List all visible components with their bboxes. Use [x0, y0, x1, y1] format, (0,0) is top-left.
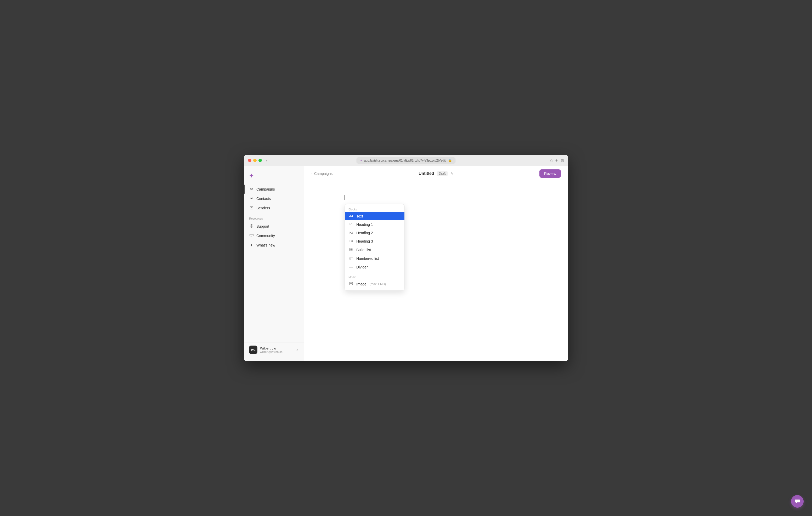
user-info[interactable]: WL Wilbert Liu wilbert@lavish.so [249, 345, 283, 354]
title-bar: ‹ ✦ app.lavish.so/campaigns/01jafjcp82nz… [244, 155, 568, 166]
image-subtext: (max 1 MB) [370, 282, 386, 286]
doc-title: Untitled [418, 171, 434, 176]
community-label: Community [256, 234, 275, 238]
heading2-icon: H2 [348, 232, 354, 234]
blocks-dropdown: Blocks Aa Text H1 Heading 1 H2 Heading 2 [345, 204, 405, 291]
sidebar-item-campaigns[interactable]: ✉ Campaigns [244, 185, 304, 194]
breadcrumb-arrow: ‹ [311, 172, 313, 176]
resources-section-label: Resources [244, 213, 304, 222]
sidebar-item-senders[interactable]: Senders [244, 203, 304, 213]
bulletlist-label: Bullet list [356, 248, 371, 252]
title-bar-actions: ⎙ + ⊟ [550, 158, 564, 163]
top-bar: ‹ Campaigns Untitled Draft ✎ Review [304, 166, 568, 181]
sidebar: ✦ ✉ Campaigns Contacts [244, 166, 304, 361]
support-label: Support [256, 224, 269, 229]
image-icon [348, 282, 354, 286]
svg-rect-1 [250, 206, 253, 209]
sidebar-item-contacts[interactable]: Contacts [244, 194, 304, 203]
heading3-label: Heading 3 [356, 239, 373, 243]
share-icon[interactable]: ⎙ [550, 158, 552, 162]
review-button[interactable]: Review [540, 170, 561, 178]
logo-icon: ✦ [249, 173, 254, 179]
dropdown-item-heading2[interactable]: H2 Heading 2 [345, 229, 404, 237]
url-bar[interactable]: ✦ app.lavish.so/campaigns/01jafjcp82nzhp… [356, 157, 456, 164]
url-text: app.lavish.so/campaigns/01jafjcp82nzhp7v… [364, 159, 445, 162]
breadcrumb[interactable]: ‹ Campaigns [311, 172, 333, 176]
content-area: ‹ Campaigns Untitled Draft ✎ Review [304, 166, 568, 361]
bulletlist-icon [348, 247, 354, 252]
svg-point-7 [349, 249, 350, 250]
url-bar-container: ✦ app.lavish.so/campaigns/01jafjcp82nzhp… [356, 157, 456, 164]
edit-icon[interactable]: ✎ [451, 172, 454, 176]
lock-icon: 🔒 [448, 159, 452, 162]
svg-point-0 [251, 197, 252, 199]
campaigns-icon: ✉ [249, 187, 254, 192]
sidebar-item-whatsnew[interactable]: ✦ What's new [244, 241, 304, 250]
dropdown-item-heading1[interactable]: H1 Heading 1 [345, 220, 404, 229]
community-icon [249, 234, 254, 238]
minimize-button[interactable] [253, 159, 257, 162]
draft-badge: Draft [437, 171, 448, 176]
sidebar-logo: ✦ [244, 171, 304, 185]
contacts-label: Contacts [256, 196, 271, 201]
senders-label: Senders [256, 206, 270, 210]
sidebar-item-community[interactable]: Community [244, 231, 304, 241]
dropdown-item-image[interactable]: Image (max 1 MB) [345, 280, 404, 288]
expand-icon[interactable]: ∧ [296, 348, 298, 352]
mac-window: ‹ ✦ app.lavish.so/campaigns/01jafjcp82nz… [244, 155, 568, 361]
editor-area[interactable]: Blocks Aa Text H1 Heading 1 H2 Heading 2 [304, 181, 568, 361]
reader-icon[interactable]: ⊟ [561, 158, 564, 162]
text-icon: Aa [348, 214, 354, 218]
text-label: Text [356, 214, 363, 218]
dropdown-item-text[interactable]: Aa Text [345, 212, 404, 220]
support-icon [249, 224, 254, 229]
back-nav-icon[interactable]: ‹ [266, 158, 267, 162]
svg-point-5 [251, 226, 252, 227]
avatar: WL [249, 345, 257, 354]
heading1-label: Heading 1 [356, 222, 373, 226]
dropdown-item-divider[interactable]: — Divider [345, 263, 404, 272]
svg-text:3.: 3. [349, 258, 351, 260]
svg-point-6 [349, 248, 350, 249]
senders-icon [249, 206, 254, 210]
editor-content: Blocks Aa Text H1 Heading 1 H2 Heading 2 [345, 193, 528, 201]
dropdown-item-numberedlist[interactable]: 1. 2. 3. Numbered list [345, 254, 404, 263]
numberedlist-icon: 1. 2. 3. [348, 256, 354, 261]
user-name: Wilbert Liu [260, 346, 283, 350]
heading1-icon: H1 [348, 223, 354, 226]
campaigns-label: Campaigns [256, 187, 275, 191]
heading3-icon: H3 [348, 240, 354, 243]
close-button[interactable] [248, 159, 252, 162]
traffic-lights [248, 159, 262, 162]
wand-icon: ✦ [360, 159, 362, 162]
divider-icon: — [348, 265, 354, 270]
editor-cursor-line [345, 193, 528, 201]
numberedlist-label: Numbered list [356, 256, 379, 261]
svg-point-19 [350, 283, 351, 283]
svg-point-8 [349, 250, 350, 251]
media-section-label: Media [345, 274, 404, 280]
user-details: Wilbert Liu wilbert@lavish.so [260, 346, 283, 354]
sidebar-footer: WL Wilbert Liu wilbert@lavish.so ∧ [244, 342, 304, 357]
whatsnew-icon: ✦ [249, 243, 254, 247]
user-email: wilbert@lavish.so [260, 350, 283, 354]
dropdown-item-heading3[interactable]: H3 Heading 3 [345, 237, 404, 245]
heading2-label: Heading 2 [356, 231, 373, 235]
maximize-button[interactable] [258, 159, 262, 162]
blocks-section-label: Blocks [345, 206, 404, 212]
add-tab-icon[interactable]: + [555, 158, 558, 163]
sidebar-item-support[interactable]: Support [244, 222, 304, 231]
top-bar-center: Untitled Draft ✎ [333, 171, 540, 176]
whatsnew-label: What's new [256, 243, 275, 247]
dropdown-item-bulletlist[interactable]: Bullet list [345, 245, 404, 254]
text-cursor [345, 195, 345, 200]
image-label: Image [356, 282, 367, 286]
dropdown-divider-line [345, 273, 404, 273]
contacts-icon [249, 196, 254, 201]
app-body: ✦ ✉ Campaigns Contacts [244, 166, 568, 361]
breadcrumb-label: Campaigns [314, 172, 333, 176]
chat-bubble-button[interactable] [791, 495, 804, 508]
divider-label: Divider [356, 265, 368, 269]
